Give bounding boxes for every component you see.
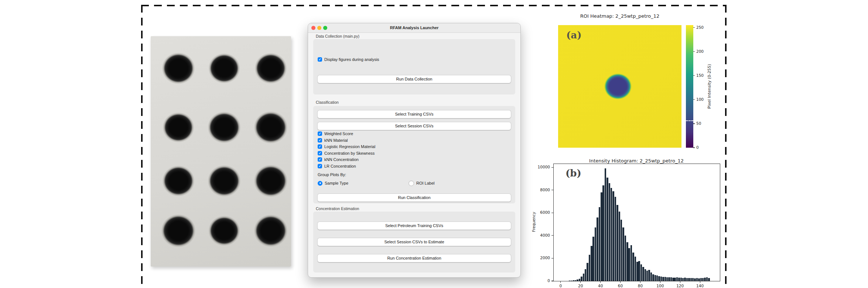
histogram-bar	[636, 262, 638, 281]
y-axis-tick-label: 6000	[534, 210, 550, 215]
x-axis-tick-label: 100	[655, 284, 666, 288]
histogram-bar	[640, 264, 642, 281]
close-window-button[interactable]	[311, 26, 315, 30]
roi-label-radio[interactable]	[409, 181, 414, 186]
histogram-bar	[631, 245, 632, 281]
histogram-bar	[621, 220, 622, 281]
histogram-bar	[692, 278, 694, 281]
select-session-csvs-button[interactable]: Select Session CSVs	[318, 122, 511, 130]
run-concentration-estimation-button[interactable]: Run Concentration Estimation	[318, 254, 511, 262]
sample-spot	[162, 165, 195, 197]
histogram-bar	[585, 269, 586, 281]
run-data-collection-button[interactable]: Run Data Collection	[318, 75, 511, 83]
figure-border-top	[141, 5, 727, 6]
colorbar-tick	[693, 75, 695, 76]
histogram-bar	[672, 278, 674, 281]
knn-material-checkbox[interactable]	[318, 138, 322, 143]
concentration-by-skewness-checkbox[interactable]	[318, 151, 322, 155]
histogram-bar	[684, 278, 686, 281]
x-axis-tick-label: 20	[575, 284, 586, 288]
checkbox-row-display-figures: Display figures during analysis	[318, 57, 379, 62]
select-session-csvs-to-estimate-button[interactable]: Select Session CSVs to Estimate	[318, 238, 511, 246]
histogram-bar	[625, 236, 626, 281]
histogram-bar	[700, 278, 702, 281]
histogram-bar	[664, 277, 666, 281]
histogram-title: Intensity Histogram: 2_25wtp_petro_12	[553, 158, 720, 164]
histogram-bar	[655, 275, 656, 281]
histogram-bar	[616, 205, 618, 281]
y-axis-tick-label: 10000	[534, 165, 550, 169]
histogram-bar	[577, 280, 578, 281]
colorbar-tick-label: 50	[696, 121, 701, 126]
histogram-bar	[698, 278, 700, 281]
zoom-window-button[interactable]	[323, 26, 327, 30]
minimize-window-button[interactable]	[317, 26, 321, 30]
histogram-bar	[575, 280, 576, 281]
histogram-bar	[678, 278, 680, 281]
x-axis-tick-label: 140	[694, 284, 705, 288]
checkbox-row-knn-material: kNN Material	[318, 138, 348, 143]
histogram-bar	[680, 278, 682, 281]
y-axis-tick	[551, 281, 553, 281]
histogram-bar	[635, 257, 636, 281]
histogram-bar	[666, 277, 668, 281]
traffic-lights	[311, 26, 327, 30]
histogram-bar	[674, 278, 676, 281]
colorbar-threshold-line	[686, 120, 693, 121]
histogram-ylabel: Frequency	[532, 212, 536, 232]
histogram-bar	[601, 192, 602, 281]
display-figures-checkbox[interactable]	[318, 57, 322, 62]
logistic-regression-material-checkbox[interactable]	[318, 144, 322, 149]
histogram-bar	[573, 280, 574, 281]
concentration-by-skewness-label: Concentration by Skewness	[324, 151, 375, 155]
weighted-score-checkbox[interactable]	[318, 131, 322, 136]
histogram-bar	[676, 277, 678, 281]
histogram-bar	[605, 168, 606, 281]
figure-canvas: RFAM Analysis Launcher Data Collection (…	[0, 0, 868, 288]
select-training-csvs-button[interactable]: Select Training CSVs	[318, 110, 511, 118]
histogram-bar	[638, 261, 640, 281]
colorbar-tick	[693, 51, 695, 52]
colorbar-tick-label: 200	[696, 49, 704, 54]
histogram-bar	[642, 267, 644, 281]
x-axis-tick	[660, 281, 660, 283]
histogram-bar	[662, 277, 664, 281]
histogram-bar	[595, 227, 596, 281]
y-axis-tick-label: 2000	[534, 256, 550, 260]
checkbox-row-logistic-regression-material: Logistic Regression Material	[318, 144, 375, 149]
panel-label-a: (a)	[566, 30, 581, 41]
colorbar-tick	[693, 99, 695, 100]
sample-spot	[207, 111, 241, 144]
section-label-concentration-estimation: Concentration Estimation	[316, 206, 359, 211]
select-petroleum-training-csvs-button[interactable]: Select Petroleum Training CSVs	[318, 222, 511, 230]
histogram-bar	[670, 277, 672, 281]
histogram-bar	[658, 276, 660, 281]
y-axis-tick-label: 4000	[534, 233, 550, 237]
histogram-bar	[602, 185, 604, 281]
histogram-bar	[628, 248, 630, 281]
heatmap-title: ROI Heatmap: 2_25wtp_petro_12	[558, 13, 681, 19]
sample-type-radio-label: Sample Type	[325, 181, 348, 185]
histogram-bar	[696, 278, 698, 281]
intensity-histogram: (b) 020004000600080001000002040608010012…	[553, 164, 720, 281]
histogram-bar	[650, 272, 652, 281]
y-axis-tick-label: 8000	[534, 188, 550, 192]
histogram-bar	[645, 269, 646, 281]
colorbar-tick-label: 100	[696, 97, 704, 102]
run-classification-button[interactable]: Run Classification	[318, 194, 511, 202]
x-axis-tick	[560, 281, 561, 283]
panel-label-b: (b)	[565, 168, 581, 179]
histogram-bar	[706, 277, 708, 281]
knn-concentration-checkbox[interactable]	[318, 157, 322, 162]
knn-concentration-label: kNN Concentration	[324, 157, 359, 162]
colorbar-tick	[693, 27, 695, 28]
heatmap-sample-spot	[604, 73, 632, 100]
histogram-bar	[615, 197, 616, 281]
sample-spot	[207, 165, 241, 197]
y-axis-tick-label: 0	[534, 278, 550, 283]
sample-type-radio[interactable]	[318, 181, 322, 186]
y-axis-tick	[551, 258, 553, 258]
lr-concentration-checkbox[interactable]	[318, 164, 322, 168]
histogram-bar	[688, 278, 690, 281]
histogram-bar	[632, 253, 634, 281]
